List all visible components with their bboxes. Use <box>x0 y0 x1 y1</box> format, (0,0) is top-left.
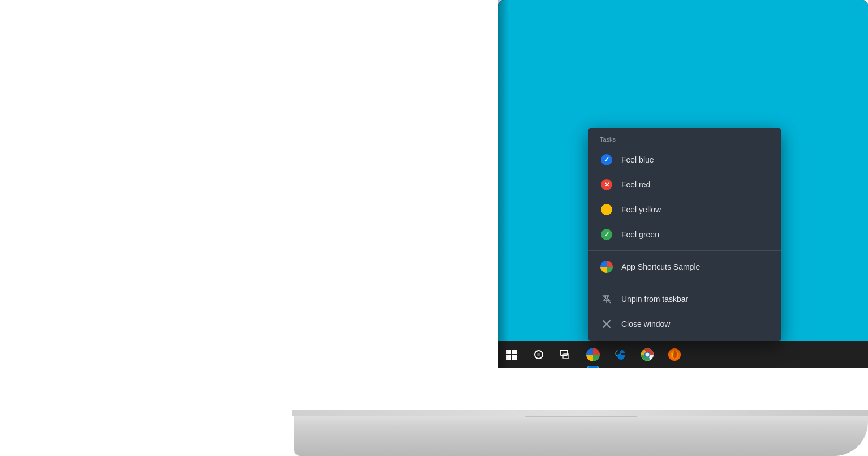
context-item-feel-red[interactable]: Feel red <box>588 172 781 197</box>
firefox-button[interactable] <box>661 341 688 368</box>
close-icon <box>600 317 613 331</box>
context-item-feel-blue[interactable]: Feel blue <box>588 147 781 172</box>
active-indicator <box>587 366 599 368</box>
chrome-icon <box>641 348 654 361</box>
laptop-hinge <box>292 410 868 416</box>
laptop-screen-outer: Tasks Feel blue Feel red Feel <box>498 0 868 368</box>
unpin-icon <box>600 292 613 306</box>
taskview-icon <box>560 350 572 360</box>
firefox-icon <box>668 348 681 361</box>
context-item-feel-green[interactable]: Feel green <box>588 222 781 247</box>
chrome-button[interactable] <box>634 341 661 368</box>
feel-green-icon <box>600 228 613 241</box>
context-section-label: Tasks <box>588 133 781 147</box>
search-icon <box>533 349 544 360</box>
laptop-screen-inner: Tasks Feel blue Feel red Feel <box>498 0 868 368</box>
taskbar <box>498 341 868 368</box>
search-button[interactable] <box>525 341 552 368</box>
separator-1 <box>588 250 781 251</box>
windows-icon <box>506 350 517 360</box>
separator-2 <box>588 283 781 283</box>
feel-yellow-icon <box>600 203 613 216</box>
edge-icon <box>614 348 626 361</box>
svg-point-12 <box>646 353 650 357</box>
app-shortcuts-taskbar-button[interactable] <box>579 341 607 368</box>
context-item-close[interactable]: Close window <box>588 312 781 336</box>
context-menu: Tasks Feel blue Feel red Feel <box>588 128 781 341</box>
laptop-left-area <box>0 0 498 456</box>
app-shortcuts-icon <box>600 260 613 274</box>
taskview-button[interactable] <box>552 341 579 368</box>
feel-red-icon <box>600 178 613 191</box>
context-item-unpin[interactable]: Unpin from taskbar <box>588 287 781 312</box>
laptop-base <box>294 414 868 456</box>
context-item-feel-yellow[interactable]: Feel yellow <box>588 197 781 222</box>
svg-point-6 <box>537 353 540 356</box>
edge-button[interactable] <box>607 341 634 368</box>
context-item-app-shortcuts[interactable]: App Shortcuts Sample <box>588 254 781 279</box>
windows-start-button[interactable] <box>498 341 525 368</box>
feel-blue-icon <box>600 153 613 167</box>
app-shortcuts-taskbar-icon <box>586 348 600 361</box>
